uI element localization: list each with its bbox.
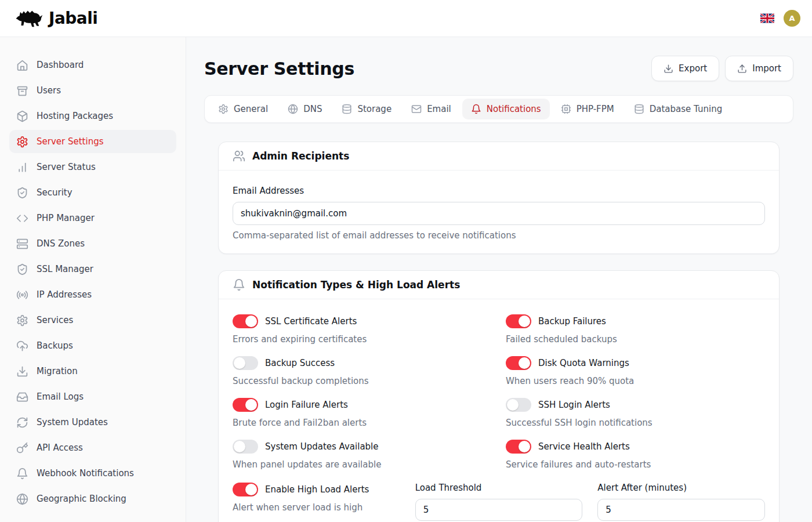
ssl-certificate-alerts-toggle[interactable] xyxy=(233,314,258,328)
tab-storage[interactable]: Storage xyxy=(333,99,400,119)
sidebar-item-server-settings[interactable]: Server Settings xyxy=(9,130,176,153)
settings-tab-bar: General DNS Storage Email Notifications … xyxy=(204,95,793,123)
toggle-label: Login Failure Alerts xyxy=(265,400,348,410)
shield-icon xyxy=(16,263,28,276)
card-title: Notification Types & High Load Alerts xyxy=(252,279,460,291)
import-button[interactable]: Import xyxy=(725,56,793,81)
sidebar-item-label: Security xyxy=(37,187,72,198)
refresh-icon xyxy=(16,416,28,429)
sidebar-item-php-manager[interactable]: PHP Manager xyxy=(9,206,176,230)
sidebar-item-ssl-manager[interactable]: SSL Manager xyxy=(9,258,176,281)
tab-database-tuning[interactable]: Database Tuning xyxy=(625,99,731,119)
export-button[interactable]: Export xyxy=(651,56,719,81)
toggle-label: SSH Login Alerts xyxy=(538,400,610,410)
sidebar-item-label: SSL Manager xyxy=(37,264,93,274)
import-button-label: Import xyxy=(752,63,781,74)
tab-general[interactable]: General xyxy=(209,99,277,119)
cpu-icon xyxy=(561,104,571,114)
sidebar-item-label: Migration xyxy=(37,366,78,376)
disk-quota-warnings-toggle[interactable] xyxy=(506,356,531,370)
sidebar-item-label: API Access xyxy=(37,443,83,453)
package-icon xyxy=(16,110,28,122)
tab-label: General xyxy=(234,104,268,114)
code-icon xyxy=(16,212,28,224)
sidebar-item-api-access[interactable]: API Access xyxy=(9,436,176,459)
enable-high-load-alerts-toggle[interactable] xyxy=(233,483,258,496)
sidebar-item-dashboard[interactable]: Dashboard xyxy=(9,53,176,77)
sidebar-item-label: Server Settings xyxy=(37,136,103,147)
database-icon xyxy=(342,104,352,114)
upload-icon xyxy=(737,64,747,74)
sidebar-nav: Dashboard Users Hosting Packages Server … xyxy=(9,53,176,510)
backup-success-toggle[interactable] xyxy=(233,356,258,370)
toggle-description: Alert when server load is high xyxy=(233,502,400,513)
brand[interactable]: Jabali xyxy=(15,8,97,29)
tab-php-fpm[interactable]: PHP-FPM xyxy=(552,99,623,119)
load-threshold-input[interactable] xyxy=(415,499,583,521)
radio-icon xyxy=(16,289,28,301)
export-button-label: Export xyxy=(679,63,707,74)
backup-failures-toggle[interactable] xyxy=(506,314,531,328)
toggle-description: Successful SSH login notifications xyxy=(506,417,765,429)
gear-icon xyxy=(16,314,28,327)
database-icon xyxy=(634,104,644,114)
email-addresses-helper: Comma-separated list of email addresses … xyxy=(233,230,765,241)
email-addresses-label: Email Addresses xyxy=(233,186,765,196)
sidebar-item-webhook-notifications[interactable]: Webhook Notifications xyxy=(9,462,176,485)
tab-email[interactable]: Email xyxy=(403,99,460,119)
toggle-row-login-failure-alerts: Login Failure Alerts Brute force and Fai… xyxy=(233,398,492,429)
sidebar-item-migration[interactable]: Migration xyxy=(9,360,176,383)
page-title: Server Settings xyxy=(204,59,354,79)
notification-types-card: Notification Types & High Load Alerts SS… xyxy=(218,270,780,522)
email-addresses-input[interactable] xyxy=(233,202,765,225)
uk-flag-icon[interactable] xyxy=(760,13,774,23)
tab-label: Notifications xyxy=(487,104,541,114)
sidebar-item-services[interactable]: Services xyxy=(9,309,176,332)
toggle-row-backup-failures: Backup Failures Failed scheduled backups xyxy=(506,314,765,345)
download-icon xyxy=(16,365,28,378)
sidebar: Dashboard Users Hosting Packages Server … xyxy=(0,37,186,522)
home-icon xyxy=(16,59,28,71)
service-health-alerts-toggle[interactable] xyxy=(506,440,531,454)
tab-notifications[interactable]: Notifications xyxy=(462,99,550,119)
system-updates-available-toggle[interactable] xyxy=(233,440,258,454)
sidebar-item-label: Services xyxy=(37,315,73,325)
toggle-row-ssh-login-alerts: SSH Login Alerts Successful SSH login no… xyxy=(506,398,765,429)
toggle-label: Disk Quota Warnings xyxy=(538,358,629,368)
sidebar-item-users[interactable]: Users xyxy=(9,79,176,102)
load-threshold-label: Load Threshold xyxy=(415,483,583,493)
sidebar-item-backups[interactable]: Backups xyxy=(9,334,176,357)
main-content: Server Settings Export Import General DN… xyxy=(186,37,812,522)
tab-dns[interactable]: DNS xyxy=(279,99,331,119)
bell-icon xyxy=(233,278,245,291)
sidebar-item-geographic-blocking[interactable]: Geographic Blocking xyxy=(9,487,176,510)
gear-icon xyxy=(218,104,229,114)
alert-after-field-group: Alert After (minutes) xyxy=(597,483,765,522)
sidebar-item-label: Hosting Packages xyxy=(37,111,113,121)
tab-label: Email xyxy=(427,104,451,114)
sidebar-item-email-logs[interactable]: Email Logs xyxy=(9,385,176,408)
toggle-row-disk-quota-warnings: Disk Quota Warnings When users reach 90%… xyxy=(506,356,765,387)
login-failure-alerts-toggle[interactable] xyxy=(233,398,258,412)
sidebar-item-system-updates[interactable]: System Updates xyxy=(9,411,176,434)
sidebar-item-dns-zones[interactable]: DNS Zones xyxy=(9,232,176,255)
toggle-label: SSL Certificate Alerts xyxy=(265,316,357,327)
alert-after-input[interactable] xyxy=(597,499,765,521)
tab-label: Storage xyxy=(357,104,392,114)
ssh-login-alerts-toggle[interactable] xyxy=(506,398,531,412)
toggle-row-system-updates-available: System Updates Available When panel upda… xyxy=(233,440,492,470)
sidebar-item-hosting-packages[interactable]: Hosting Packages xyxy=(9,104,176,128)
bell-icon xyxy=(471,104,481,114)
bar-chart-icon xyxy=(16,161,28,173)
avatar[interactable]: A xyxy=(784,10,800,27)
gear-icon xyxy=(16,136,28,148)
sidebar-item-label: Server Status xyxy=(37,162,96,172)
admin-recipients-card: Admin Recipients Email Addresses Comma-s… xyxy=(218,142,780,254)
sidebar-item-label: Dashboard xyxy=(37,60,84,70)
sidebar-item-ip-addresses[interactable]: IP Addresses xyxy=(9,283,176,306)
brand-name: Jabali xyxy=(49,9,97,28)
sidebar-item-security[interactable]: Security xyxy=(9,181,176,204)
sidebar-item-server-status[interactable]: Server Status xyxy=(9,155,176,179)
download-icon xyxy=(664,64,673,74)
top-bar: Jabali A xyxy=(0,0,812,37)
